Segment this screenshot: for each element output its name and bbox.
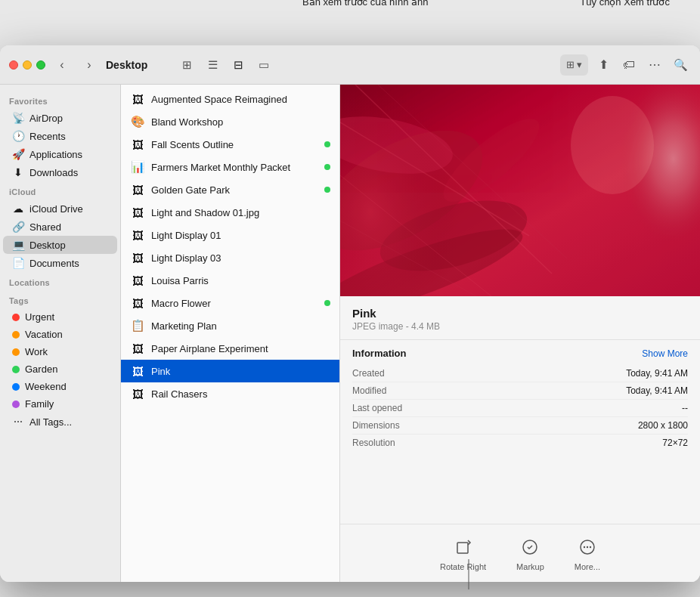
- back-button[interactable]: ‹: [51, 54, 73, 76]
- file-icon: 🖼: [130, 386, 145, 401]
- info-row-last-opened: Last opened --: [352, 400, 688, 417]
- sidebar-item-documents[interactable]: 📄 Documents: [3, 254, 117, 272]
- sidebar-label-shared: Shared: [29, 221, 61, 233]
- view-column-btn[interactable]: ⊟: [226, 54, 250, 76]
- vacation-dot: [12, 331, 20, 339]
- view-list-btn[interactable]: ☰: [200, 54, 225, 76]
- sidebar-item-shared[interactable]: 🔗 Shared: [3, 218, 117, 236]
- file-item-marketing[interactable]: 📋 Marketing Plan: [121, 314, 339, 337]
- file-item-light-01[interactable]: 🖼 Light Display 01: [121, 224, 339, 246]
- group-button[interactable]: ⊞ ▾: [560, 54, 588, 76]
- quick-action-markup[interactable]: Markup: [516, 535, 544, 571]
- preview-image-container: [340, 85, 700, 296]
- info-section: Information Show More Created Today, 9:4…: [340, 340, 700, 459]
- view-gallery-btn[interactable]: ▭: [252, 54, 276, 76]
- sidebar-item-applications[interactable]: 🚀 Applications: [3, 145, 117, 163]
- annotation-options: Tùy chọn Xem trước: [580, 0, 670, 8]
- tag-button[interactable]: 🏷: [618, 54, 640, 76]
- path-label: Desktop: [106, 59, 147, 71]
- sidebar-label-garden: Garden: [25, 363, 57, 375]
- file-item-pink[interactable]: 🖼 Pink: [121, 360, 339, 382]
- file-info-name: Pink: [352, 307, 688, 320]
- info-key-last-opened: Last opened: [352, 403, 402, 413]
- forward-button[interactable]: ›: [79, 54, 100, 76]
- sidebar-item-icloud-drive[interactable]: ☁ iCloud Drive: [3, 200, 117, 218]
- sidebar-item-downloads[interactable]: ⬇ Downloads: [3, 163, 117, 181]
- more-button[interactable]: ⋯: [644, 54, 665, 76]
- sidebar-item-weekend[interactable]: Weekend: [3, 378, 117, 395]
- urgent-dot: [12, 314, 20, 321]
- sidebar-label-applications: Applications: [29, 149, 82, 160]
- file-name: Fall Scents Outline: [151, 139, 318, 150]
- all-tags-icon: ⋯: [12, 416, 24, 428]
- quick-action-rotate[interactable]: Rotate Right: [440, 535, 486, 571]
- file-icon: 🖼: [130, 250, 145, 265]
- info-value-last-opened: --: [682, 403, 688, 413]
- sidebar-item-desktop[interactable]: 💻 Desktop: [3, 236, 117, 254]
- sidebar-label-desktop: Desktop: [29, 240, 66, 251]
- share-button[interactable]: ⬆: [593, 54, 614, 76]
- group-chevron: ▾: [577, 59, 582, 70]
- file-item-fall[interactable]: 🖼 Fall Scents Outline: [121, 133, 339, 156]
- sidebar: Favorites 📡 AirDrop 🕐 Recents 🚀 Applicat…: [0, 85, 121, 582]
- sidebar-item-recents[interactable]: 🕐 Recents: [3, 127, 117, 145]
- sidebar-item-family[interactable]: Family: [3, 395, 117, 413]
- applications-icon: 🚀: [12, 148, 24, 160]
- sidebar-label-work: Work: [25, 346, 48, 357]
- sidebar-label-family: Family: [25, 398, 54, 410]
- info-row-created: Created Today, 9:41 AM: [352, 365, 688, 382]
- info-key-dimensions: Dimensions: [352, 420, 400, 431]
- file-size-separator: -: [406, 321, 411, 332]
- file-item-bland[interactable]: 🎨 Bland Workshop: [121, 110, 339, 133]
- icloud-icon: ☁: [12, 203, 24, 215]
- file-item-light-shadow[interactable]: 🖼 Light and Shadow 01.jpg: [121, 201, 339, 224]
- view-controls: ⊞ ☰ ⊟ ▭: [175, 54, 276, 76]
- search-button[interactable]: 🔍: [670, 54, 691, 76]
- sidebar-item-vacation[interactable]: Vacation: [3, 326, 117, 343]
- file-icon: 🖼: [130, 182, 145, 197]
- file-icon: 📊: [130, 159, 145, 175]
- status-dot: [324, 187, 330, 193]
- show-more-button[interactable]: Show More: [642, 348, 688, 359]
- file-item-golden[interactable]: 🖼 Golden Gate Park: [121, 178, 339, 201]
- quick-actions-bar: Rotate Right Markup: [340, 524, 700, 582]
- file-item-augmented[interactable]: 🖼 Augmented Space Reimagined: [121, 88, 339, 110]
- close-button[interactable]: [9, 60, 18, 70]
- sidebar-label-urgent: Urgent: [25, 311, 54, 323]
- file-item-farmers[interactable]: 📊 Farmers Market Monthly Packet: [121, 156, 339, 178]
- file-item-paper[interactable]: 🖼 Paper Airplane Experiment: [121, 337, 339, 360]
- main-content: Favorites 📡 AirDrop 🕐 Recents 🚀 Applicat…: [0, 85, 700, 582]
- svg-point-19: [587, 546, 588, 548]
- file-info-type: JPEG image - 4.4 MB: [352, 321, 688, 332]
- info-key-created: Created: [352, 368, 385, 379]
- maximize-button[interactable]: [36, 60, 45, 70]
- file-icon: 📋: [130, 318, 145, 333]
- view-icon-btn[interactable]: ⊞: [175, 54, 199, 76]
- work-dot: [12, 348, 20, 356]
- sidebar-item-airdrop[interactable]: 📡 AirDrop: [3, 109, 117, 127]
- title-bar: ‹ › Desktop ⊞ ☰ ⊟ ▭ ⊞ ▾ ⬆ 🏷 ⋯ 🔍: [0, 45, 700, 85]
- info-value-resolution: 72×72: [662, 438, 688, 448]
- markup-label: Markup: [516, 562, 544, 571]
- annotation-preview: Bản xem trước của hình ảnh: [302, 0, 428, 8]
- svg-point-20: [590, 546, 591, 548]
- file-list: 🖼 Augmented Space Reimagined 🎨 Bland Wor…: [121, 85, 340, 582]
- file-name: Louisa Parris: [151, 275, 330, 286]
- sidebar-item-garden[interactable]: Garden: [3, 360, 117, 378]
- file-name: Golden Gate Park: [151, 184, 318, 196]
- info-key-resolution: Resolution: [352, 438, 395, 448]
- quick-action-more[interactable]: More...: [575, 535, 600, 571]
- file-icon: 🖼: [130, 341, 145, 356]
- file-name: Rail Chasers: [151, 388, 330, 400]
- file-item-rail[interactable]: 🖼 Rail Chasers: [121, 382, 339, 405]
- minimize-button[interactable]: [23, 60, 32, 70]
- sidebar-label-weekend: Weekend: [25, 381, 67, 392]
- file-item-macro[interactable]: 🖼 Macro Flower: [121, 292, 339, 314]
- file-item-louisa[interactable]: 🖼 Louisa Parris: [121, 269, 339, 292]
- file-info: Pink JPEG image - 4.4 MB: [340, 296, 700, 340]
- sidebar-item-urgent[interactable]: Urgent: [3, 308, 117, 326]
- downloads-icon: ⬇: [12, 166, 24, 178]
- file-item-light-03[interactable]: 🖼 Light Display 03: [121, 246, 339, 269]
- sidebar-item-work[interactable]: Work: [3, 343, 117, 360]
- sidebar-item-all-tags[interactable]: ⋯ All Tags...: [3, 413, 117, 431]
